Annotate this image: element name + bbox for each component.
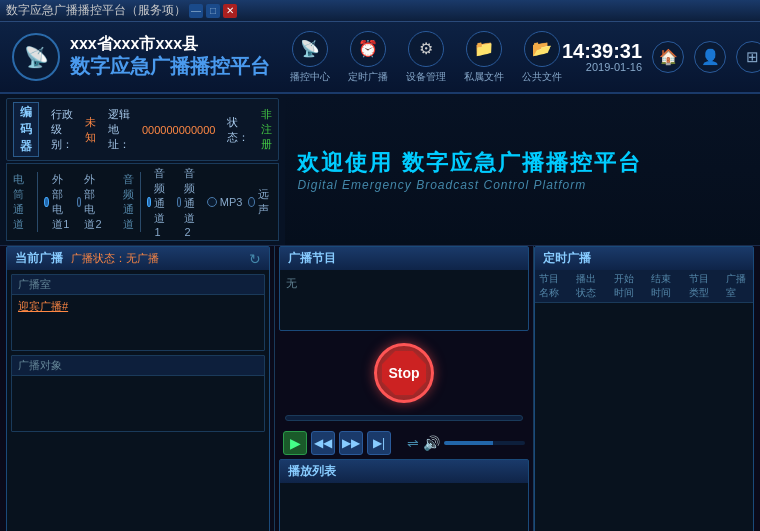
volume-slider[interactable]: [444, 441, 525, 445]
volume-icon: 🔊: [423, 435, 440, 451]
col-broadcast-status: 播出状态: [572, 270, 609, 303]
clock-date: 2019-01-16: [562, 61, 642, 73]
broadcast-link[interactable]: 迎宾广播#: [18, 300, 68, 312]
nav-private-files[interactable]: 📁 私属文件: [464, 31, 504, 84]
progress-bar-bg: [285, 415, 523, 421]
broadcast-panel-content: 广播室 迎宾广播# 广播对象: [7, 270, 269, 440]
audio-label: 音频通道: [123, 172, 141, 232]
maximize-button[interactable]: □: [206, 4, 220, 18]
nav-broadcast-control[interactable]: 📡 播控中心: [290, 31, 330, 84]
nav-timed-broadcast[interactable]: ⏰ 定时广播: [348, 31, 388, 84]
audio-mp3-radio: [207, 197, 217, 207]
timed-broadcast-icon: ⏰: [350, 31, 386, 67]
audio-remote[interactable]: 远声: [248, 187, 272, 217]
app-title-sub: 数字应急广播播控平台: [70, 53, 270, 80]
logo-area: 📡 xxx省xxx市xxx县 数字应急广播播控平台: [12, 33, 270, 81]
audio-ch2-label: 音频通道2: [184, 166, 200, 238]
clock-time: 14:39:31: [562, 41, 642, 61]
program-panel: 广播节目 无: [279, 246, 529, 331]
queue-subpanel-header: 广播室: [12, 275, 264, 295]
timed-table-head: 节目名称 播出状态 开始时间 结束时间 节目类型 广播室: [535, 270, 753, 303]
nav-label-5: 公共文件: [522, 70, 562, 84]
main-content: 当前广播 广播状态：无广播 ↻ 广播室 迎宾广播# 广播对象: [0, 246, 760, 531]
header-right: 14:39:31 2019-01-16 🏠 👤 ⊞: [562, 41, 760, 73]
device-management-icon: ⚙: [408, 31, 444, 67]
electric-ch2[interactable]: 外部电道2: [77, 172, 103, 232]
header: 📡 xxx省xxx市xxx县 数字应急广播播控平台 📡 播控中心 ⏰ 定时广播 …: [0, 22, 760, 94]
play-button[interactable]: ▶: [283, 431, 307, 455]
clock-area: 14:39:31 2019-01-16: [562, 41, 642, 73]
col-program-type: 节目类型: [685, 270, 722, 303]
object-subpanel-header: 广播对象: [12, 356, 264, 376]
audio-mp3-label: MP3: [220, 196, 243, 208]
channel-rows: 电筒通道 外部电道1 外部电道2 音频通道 音频通道1 音频通: [6, 163, 279, 241]
nav-device-management[interactable]: ⚙ 设备管理: [406, 31, 446, 84]
audio-channel-group: 音频通道 音频通道1 音频通道2 MP3 远声: [123, 166, 273, 238]
end-button[interactable]: ▶|: [367, 431, 391, 455]
col-studio: 广播室: [722, 270, 753, 303]
queue-panel: 播放列表: [279, 459, 529, 531]
queue-panel-title: 播放列表: [288, 463, 336, 480]
prev-button[interactable]: ◀◀: [311, 431, 335, 455]
minimize-button[interactable]: —: [189, 4, 203, 18]
welcome-main: 欢迎使用 数字应急广播播控平台: [297, 148, 748, 178]
title-bar-text: 数字应急广播播控平台（服务项）: [6, 2, 186, 19]
col-end-time: 结束时间: [647, 270, 684, 303]
electric-channel-group: 电筒通道 外部电道1 外部电道2: [13, 172, 103, 232]
audio-mp3[interactable]: MP3: [207, 196, 243, 208]
refresh-icon[interactable]: ↻: [249, 251, 261, 267]
nav-label-2: 定时广播: [348, 70, 388, 84]
nav-label-1: 播控中心: [290, 70, 330, 84]
timed-table: 节目名称 播出状态 开始时间 结束时间 节目类型 广播室: [535, 270, 753, 303]
col-program-name: 节目名称: [535, 270, 572, 303]
timed-panel-title: 定时广播: [543, 250, 591, 267]
stop-label: Stop: [388, 365, 419, 381]
electric-label: 电筒通道: [13, 172, 38, 232]
app-title-main: xxx省xxx市xxx县: [70, 34, 270, 53]
electric-ch1-radio: [44, 197, 49, 207]
broadcast-panel: 当前广播 广播状态：无广播 ↻ 广播室 迎宾广播# 广播对象: [6, 246, 270, 531]
grid-button[interactable]: ⊞: [736, 41, 760, 73]
middle-panel: 广播节目 无 Stop ▶ ◀◀ ▶▶ ▶| ⇌ 🔊: [274, 246, 534, 531]
encoder-bar: 编码器 行政级别： 未知 逻辑地址： 000000000000 状态： 非注册: [6, 98, 279, 161]
electric-ch1-label: 外部电道1: [52, 172, 70, 232]
close-button[interactable]: ✕: [223, 4, 237, 18]
stop-button-inner: Stop: [382, 351, 426, 395]
timed-panel-header: 定时广播: [535, 247, 753, 270]
loop-icon: ⇌: [407, 435, 419, 451]
title-text: xxx省xxx市xxx县 数字应急广播播控平台: [70, 34, 270, 80]
next-button[interactable]: ▶▶: [339, 431, 363, 455]
logo-icon: 📡: [12, 33, 60, 81]
encoder-admin-val: 未知: [85, 115, 96, 145]
program-value: 无: [286, 277, 297, 289]
stop-button[interactable]: Stop: [374, 343, 434, 403]
audio-ch1[interactable]: 音频通道1: [147, 166, 171, 238]
timed-table-header-row: 节目名称 播出状态 开始时间 结束时间 节目类型 广播室: [535, 270, 753, 303]
welcome-sub: Digital Emergency Broadcast Control Plat…: [297, 178, 748, 192]
stop-btn-area: Stop: [279, 335, 529, 411]
encoder-status-val: 非注册: [261, 107, 272, 152]
broadcast-status: 广播状态：无广播: [71, 251, 159, 266]
object-subpanel-body: [12, 376, 264, 431]
electric-ch2-label: 外部电道2: [84, 172, 102, 232]
private-files-icon: 📁: [466, 31, 502, 67]
object-subpanel: 广播对象: [11, 355, 265, 432]
program-panel-title: 广播节目: [288, 250, 336, 267]
left-panel: 当前广播 广播状态：无广播 ↻ 广播室 迎宾广播# 广播对象: [6, 246, 274, 531]
public-files-icon: 📂: [524, 31, 560, 67]
title-bar: 数字应急广播播控平台（服务项） — □ ✕: [0, 0, 760, 22]
electric-ch1[interactable]: 外部电道1: [44, 172, 70, 232]
encoder-admin-label: 行政级别：: [51, 107, 73, 152]
nav-label-4: 私属文件: [464, 70, 504, 84]
queue-subpanel-body: 迎宾广播#: [12, 295, 264, 350]
program-content: 无: [280, 270, 528, 330]
user-button[interactable]: 👤: [694, 41, 726, 73]
right-panel: 定时广播 节目名称 播出状态 开始时间 结束时间 节目类型 广播室: [534, 246, 754, 531]
controls-row: ▶ ◀◀ ▶▶ ▶| ⇌ 🔊: [279, 431, 529, 455]
home-button[interactable]: 🏠: [652, 41, 684, 73]
col-start-time: 开始时间: [610, 270, 647, 303]
audio-remote-radio: [248, 197, 255, 207]
audio-ch2-radio: [177, 197, 182, 207]
nav-public-files[interactable]: 📂 公共文件: [522, 31, 562, 84]
audio-ch2[interactable]: 音频通道2: [177, 166, 201, 238]
